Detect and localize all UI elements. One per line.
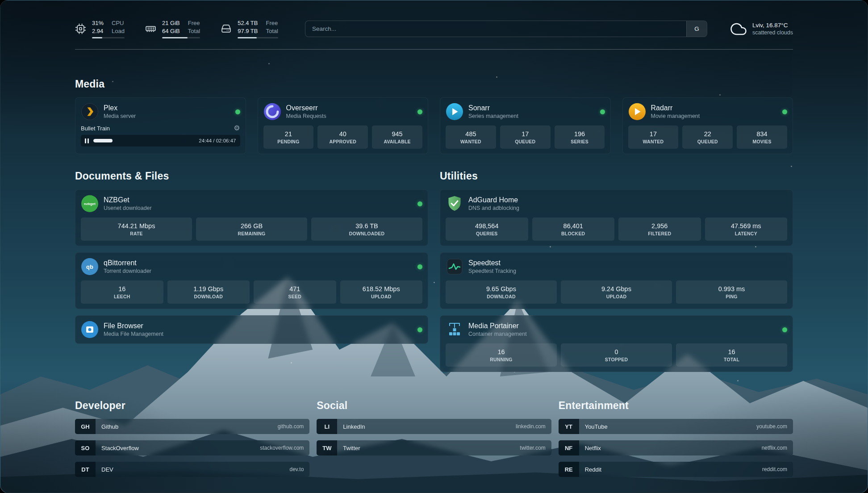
resource-widgets: 31% 2.94 CPU Load — [75, 19, 278, 38]
bookmark-name: StackOverflow — [101, 445, 139, 451]
service-card-radarr[interactable]: Radarr Movie management 17 WANTED 22 QUE… — [622, 97, 793, 154]
service-card-speedtest[interactable]: Speedtest Speedtest Tracking 9.65 Gbps D… — [440, 252, 793, 309]
bookmark-github[interactable]: GH Github github.com — [75, 419, 309, 434]
stat-label: BLOCKED — [561, 231, 585, 236]
memory-progressbar — [162, 37, 200, 38]
cpu-icon — [75, 23, 86, 34]
service-card-nzbget[interactable]: nzbget NZBGet Usenet downloader 744.21 M… — [75, 189, 428, 246]
bookmark-group-entertainment: Entertainment YT YouTube youtube.com NF … — [559, 400, 793, 483]
status-dot — [235, 109, 240, 114]
stat-label: TOTAL — [724, 357, 739, 362]
stat-value: 1.19 Gbps — [193, 285, 223, 292]
service-name: Speedtest — [468, 259, 516, 267]
stat-value: 618.52 Mbps — [363, 285, 400, 292]
portainer-icon — [446, 321, 463, 338]
bookmark-abbr: LI — [317, 419, 337, 434]
bookmark-abbr: TW — [317, 440, 337, 455]
stat-queued: 17 QUEUED — [500, 125, 551, 149]
stat-value: 0 — [614, 348, 618, 355]
stat-value: 196 — [574, 130, 585, 138]
bookmark-name: YouTube — [585, 423, 608, 430]
stat-blocked: 86,401 BLOCKED — [532, 217, 615, 241]
nzbget-icon: nzbget — [81, 195, 99, 213]
bookmark-linkedin[interactable]: LI LinkedIn linkedin.com — [317, 419, 551, 434]
service-card-adguard[interactable]: AdGuard Home DNS and adblocking 498,564 … — [440, 189, 793, 246]
section-title-documents: Documents & Files — [75, 170, 428, 182]
status-dot — [417, 109, 422, 114]
service-subtitle: Movie management — [651, 113, 700, 119]
bookmark-name: LinkedIn — [343, 423, 365, 430]
stat-wanted: 485 WANTED — [446, 125, 496, 149]
service-name: File Browser — [104, 322, 163, 330]
bookmark-name: Netflix — [585, 445, 601, 451]
search-provider-button[interactable]: G — [686, 21, 707, 37]
stat-value: 16 — [728, 348, 735, 355]
stat-queries: 498,564 QUERIES — [446, 217, 528, 241]
stat-value: 39.6 TB — [355, 222, 378, 230]
qbittorrent-icon: qb — [81, 258, 99, 276]
stat-value: 266 GB — [241, 222, 263, 230]
memory-widget: 21 GiB 64 GiB Free Total — [145, 19, 200, 38]
bookmark-group-social: Social LI LinkedIn linkedin.com TW Twitt… — [317, 400, 551, 462]
bookmark-netflix[interactable]: NF Netflix netflix.com — [559, 440, 793, 455]
stat-seed: 471 SEED — [254, 280, 336, 304]
status-dot — [782, 109, 787, 114]
memory-total-label: Total — [188, 27, 200, 35]
stat-value: 16 — [118, 285, 125, 292]
disk-icon — [221, 23, 232, 34]
disk-widget: 52.4 TB 97.9 TB Free Total — [221, 19, 278, 38]
service-card-overseerr[interactable]: Overseerr Media Requests 21 PENDING 40 A… — [258, 97, 429, 154]
stat-label: QUERIES — [476, 231, 498, 236]
bookmark-twitter[interactable]: TW Twitter twitter.com — [317, 440, 551, 455]
stat-label: LATENCY — [735, 231, 757, 236]
service-subtitle: Media server — [104, 113, 136, 119]
status-dot — [782, 327, 787, 332]
bookmark-url: youtube.com — [756, 423, 787, 430]
bookmark-url: twitter.com — [520, 445, 545, 451]
memory-total-value: 64 GiB — [162, 27, 180, 35]
memory-free-label: Free — [188, 19, 200, 27]
section-media: Media Plex Media server — [75, 78, 793, 154]
bookmark-abbr: NF — [559, 440, 579, 455]
stat-label: STOPPED — [605, 357, 628, 362]
service-card-qbittorrent[interactable]: qb qBittorrent Torrent downloader 16 LEE… — [75, 252, 428, 309]
service-name: qBittorrent — [104, 259, 151, 267]
bookmark-reddit[interactable]: RE Reddit reddit.com — [559, 462, 793, 477]
stat-label: PENDING — [277, 139, 299, 144]
stat-value: 834 — [756, 130, 767, 138]
stat-value: 485 — [465, 130, 476, 138]
stat-upload: 618.52 Mbps UPLOAD — [340, 280, 423, 304]
bookmark-abbr: DT — [75, 462, 96, 477]
stat-label: RUNNING — [490, 357, 512, 362]
status-dot — [417, 327, 422, 332]
bookmark-abbr: SO — [75, 440, 96, 455]
bookmark-name: Github — [101, 423, 118, 430]
bookmark-youtube[interactable]: YT YouTube youtube.com — [559, 419, 793, 434]
service-card-portainer[interactable]: Media Portainer Container management 16 … — [440, 315, 793, 372]
bookmark-abbr: YT — [559, 419, 579, 434]
search-input[interactable] — [305, 21, 686, 37]
stat-value: 16 — [497, 348, 505, 355]
stat-downloaded: 39.6 TB DOWNLOADED — [311, 217, 422, 241]
svg-text:qb: qb — [86, 263, 93, 270]
stat-remaining: 266 GB REMAINING — [196, 217, 307, 241]
service-card-plex[interactable]: Plex Media server Bullet Train ⚙ 24:44 /… — [75, 97, 246, 154]
stat-value: 86,401 — [563, 222, 583, 230]
section-title-utilities: Utilities — [440, 170, 793, 182]
service-card-sonarr[interactable]: Sonarr Series management 485 WANTED 17 Q… — [440, 97, 611, 154]
bookmark-stackoverflow[interactable]: SO StackOverflow stackoverflow.com — [75, 440, 309, 455]
status-dot — [417, 264, 422, 269]
bookmark-dev[interactable]: DT DEV dev.to — [75, 462, 309, 477]
top-bar: 31% 2.94 CPU Load — [75, 19, 793, 38]
bookmark-url: netflix.com — [762, 445, 787, 451]
stat-value: 47.569 ms — [731, 222, 761, 230]
stat-label: UPLOAD — [606, 294, 627, 299]
plex-player-bar: 24:44 / 02:06:47 — [81, 135, 240, 146]
weather-widget: Lviv, 16.87°C scattered clouds — [730, 21, 793, 37]
gear-icon[interactable]: ⚙ — [234, 125, 240, 132]
stat-value: 21 — [285, 130, 292, 138]
service-card-filebrowser[interactable]: File Browser Media File Management — [75, 315, 428, 344]
stat-approved: 40 APPROVED — [317, 125, 368, 149]
section-documents-files: Documents & Files nzbget NZBGet Usenet d… — [75, 170, 428, 344]
stat-label: SEED — [288, 294, 301, 299]
